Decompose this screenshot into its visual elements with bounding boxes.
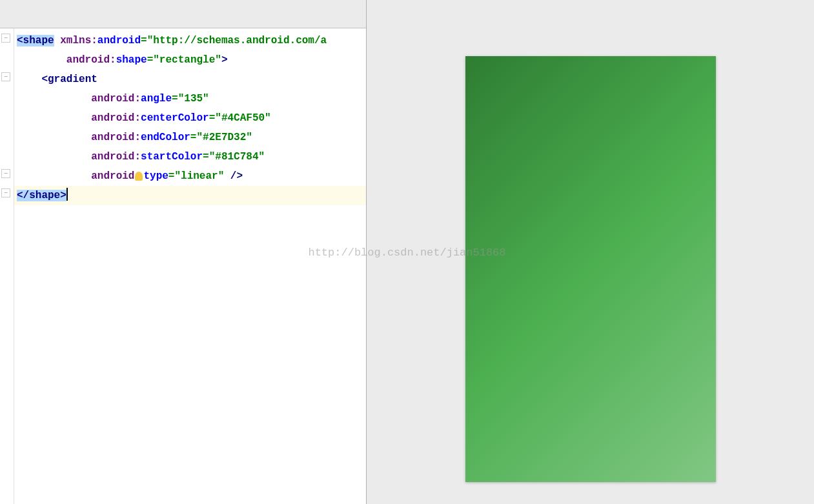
text-cursor <box>66 188 68 201</box>
code-line[interactable]: android:angle="135" <box>14 89 366 108</box>
code-line[interactable]: android:centerColor="#4CAF50" <box>14 108 366 128</box>
code-line[interactable]: <shape xmlns:android="http://schemas.and… <box>14 31 366 50</box>
gutter-marker-icon[interactable]: − <box>1 169 10 178</box>
code-line[interactable]: android:shape="rectangle"> <box>14 50 366 70</box>
fold-icon[interactable]: − <box>1 72 10 81</box>
drawable-preview <box>465 56 716 482</box>
code-line[interactable]: androidtype="linear" /> <box>14 166 366 186</box>
editor-body: − − − − <shape xmlns:android="http://sch… <box>0 28 366 504</box>
code-line[interactable]: android:startColor="#81C784" <box>14 147 366 166</box>
code-line[interactable]: <gradient <box>14 70 366 89</box>
editor-gutter[interactable]: − − − − <box>0 28 14 504</box>
code-line-current[interactable]: </shape> <box>14 186 366 205</box>
code-line[interactable]: android:endColor="#2E7D32" <box>14 128 366 147</box>
fold-icon[interactable]: − <box>1 34 10 43</box>
preview-toolbar <box>367 0 814 28</box>
editor-toolbar <box>0 0 366 28</box>
intention-bulb-icon[interactable] <box>135 172 143 181</box>
preview-pane <box>367 0 814 504</box>
code-area[interactable]: <shape xmlns:android="http://schemas.and… <box>14 28 366 504</box>
preview-body <box>367 28 814 504</box>
code-editor-pane: − − − − <shape xmlns:android="http://sch… <box>0 0 367 504</box>
gutter-marker-icon[interactable]: − <box>1 188 10 197</box>
